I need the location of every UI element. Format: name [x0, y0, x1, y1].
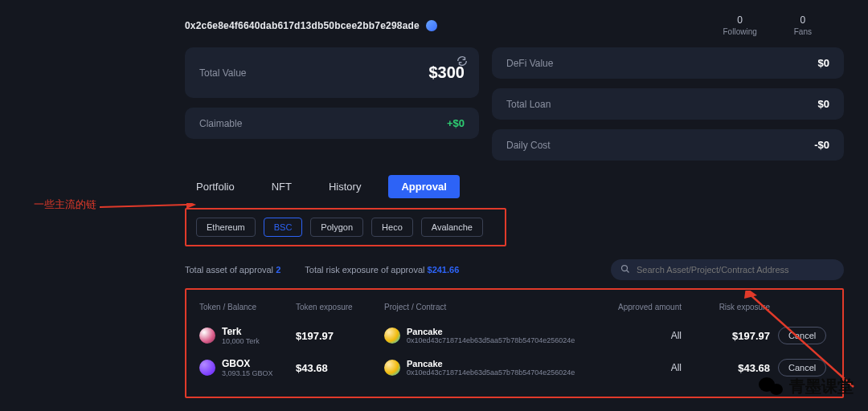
- defi-value: $0: [818, 57, 829, 69]
- chain-chip-ethereum[interactable]: Ethereum: [196, 218, 256, 237]
- tab-nft[interactable]: NFT: [262, 175, 301, 198]
- fans-count: 0: [794, 14, 812, 26]
- search-input[interactable]: [637, 265, 834, 275]
- refresh-icon[interactable]: [457, 55, 468, 69]
- total-value-card: Total Value $300: [185, 47, 479, 98]
- total-asset-summary: Total asset of approval 2: [185, 265, 280, 275]
- daily-cost-label: Daily Cost: [506, 140, 551, 151]
- project-name: Pancake: [407, 359, 575, 368]
- col-approved: Approved amount: [609, 303, 690, 311]
- total-loan-label: Total Loan: [506, 99, 551, 110]
- watermark-text: 青墨课堂: [789, 376, 854, 397]
- total-loan: $0: [818, 98, 829, 110]
- claimable-label: Claimable: [199, 118, 242, 129]
- svg-point-2: [622, 266, 628, 271]
- main-panel: 0x2c6e8e4f6640dab617d13db50bcee2bb7e298a…: [185, 0, 844, 398]
- chain-chip-polygon[interactable]: Polygon: [310, 218, 363, 237]
- annotation-arrow-icon: [100, 203, 196, 211]
- col-exposure: Token exposure: [296, 303, 384, 311]
- header-bar: 0x2c6e8e4f6640dab617d13db50bcee2bb7e298a…: [185, 0, 844, 47]
- claimable-value: +$0: [447, 117, 465, 129]
- wallet-address-wrap: 0x2c6e8e4f6640dab617d13db50bcee2bb7e298a…: [185, 20, 437, 31]
- token-exposure: $43.68: [296, 362, 384, 374]
- approved-amount: All: [609, 362, 690, 373]
- chain-chip-avalanche[interactable]: Avalanche: [421, 218, 483, 237]
- svg-line-0: [100, 205, 186, 207]
- token-name: Terk: [222, 326, 260, 337]
- defi-value-label: DeFi Value: [506, 58, 553, 69]
- chain-filter-box: Ethereum BSC Polygon Heco Avalanche: [185, 208, 506, 246]
- total-asset-count: 2: [276, 265, 280, 275]
- follow-stats: 0 Following 0 Fans: [723, 14, 812, 36]
- wechat-icon: [759, 374, 783, 398]
- fans-stat[interactable]: 0 Fans: [794, 14, 812, 36]
- main-tabs: Portfolio NFT History Approval: [185, 172, 844, 208]
- risk-exposure: $43.68: [690, 362, 778, 374]
- tab-approval[interactable]: Approval: [388, 175, 459, 198]
- project-address: 0x10ed43c718714eb63d5aa57b78b54704e25602…: [407, 336, 575, 344]
- following-stat[interactable]: 0 Following: [723, 14, 757, 36]
- annotation-label: 一些主流的链: [34, 197, 96, 212]
- search-icon: [620, 264, 630, 275]
- daily-cost-card: Daily Cost -$0: [492, 129, 844, 161]
- token-icon: [199, 360, 215, 376]
- daily-cost: -$0: [814, 139, 829, 151]
- tab-portfolio[interactable]: Portfolio: [186, 175, 244, 198]
- defi-value-card: DeFi Value $0: [492, 47, 844, 79]
- stats-cards: Total Value $300 Claimable +$0 DeFi Valu…: [185, 47, 844, 161]
- total-value-label: Total Value: [199, 67, 246, 79]
- table-row: GBOX 3,093.15 GBOX $43.68 Pancake 0x10ed…: [199, 352, 829, 384]
- project-icon: [384, 328, 400, 344]
- token-balance: 10,000 Terk: [222, 337, 260, 345]
- verified-badge-icon: [426, 20, 437, 31]
- following-label: Following: [723, 27, 757, 36]
- table-header: Token / Balance Token exposure Project /…: [199, 299, 829, 319]
- total-loan-card: Total Loan $0: [492, 88, 844, 120]
- svg-line-3: [627, 271, 629, 273]
- chain-chip-heco[interactable]: Heco: [371, 218, 413, 237]
- approval-summary-row: Total asset of approval 2 Total risk exp…: [185, 259, 844, 280]
- token-exposure: $197.97: [296, 330, 384, 342]
- token-icon: [199, 328, 215, 344]
- project-name: Pancake: [407, 327, 575, 336]
- col-project: Project / Contract: [384, 303, 609, 311]
- search-box[interactable]: [611, 259, 844, 280]
- project-icon: [384, 360, 400, 376]
- wallet-address: 0x2c6e8e4f6640dab617d13db50bcee2bb7e298a…: [185, 20, 420, 31]
- token-balance: 3,093.15 GBOX: [222, 369, 273, 377]
- approved-amount: All: [609, 330, 690, 341]
- token-name: GBOX: [222, 358, 273, 369]
- watermark: 青墨课堂: [759, 374, 854, 398]
- claimable-card: Claimable +$0: [185, 108, 479, 139]
- risk-exposure: $197.97: [690, 330, 778, 342]
- project-address: 0x10ed43c718714eb63d5aa57b78b54704e25602…: [407, 368, 575, 376]
- col-token: Token / Balance: [199, 303, 296, 311]
- col-risk: Risk exposure: [690, 303, 778, 311]
- fans-label: Fans: [794, 27, 812, 36]
- risk-exposure-summary: Total risk exposure of approval $241.66: [305, 265, 459, 275]
- cancel-button[interactable]: Cancel: [778, 327, 826, 344]
- chain-chip-bsc[interactable]: BSC: [264, 218, 303, 237]
- following-count: 0: [723, 14, 757, 26]
- approval-table: Token / Balance Token exposure Project /…: [185, 288, 844, 398]
- table-row: Terk 10,000 Terk $197.97 Pancake 0x10ed4…: [199, 319, 829, 352]
- risk-exposure-total: $241.66: [428, 265, 460, 275]
- tab-history[interactable]: History: [319, 175, 371, 198]
